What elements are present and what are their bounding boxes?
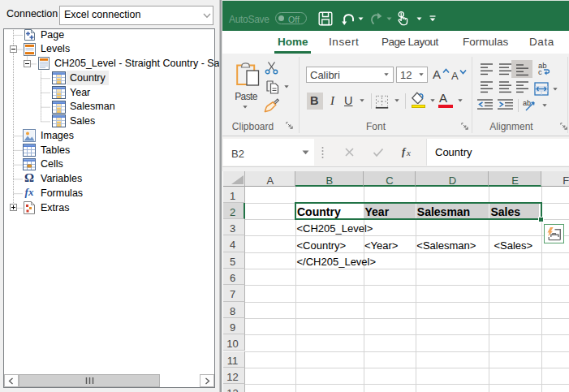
svg-text:c: c [538, 67, 542, 75]
